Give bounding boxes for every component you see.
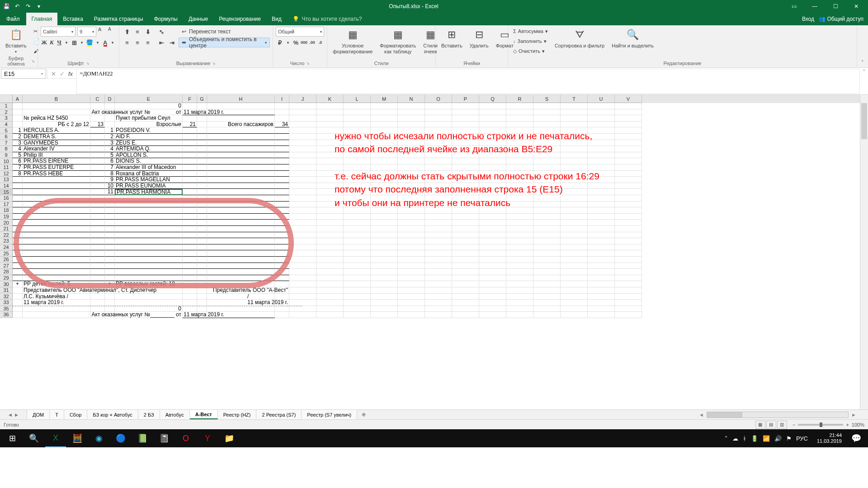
fx-icon[interactable]: fx — [68, 70, 73, 77]
cell[interactable] — [275, 189, 289, 195]
italic-button[interactable]: К — [48, 38, 56, 47]
cell[interactable] — [13, 177, 23, 183]
col-header[interactable]: E — [115, 95, 183, 103]
page-layout-view-button[interactable]: ▤ — [766, 421, 776, 429]
cell[interactable] — [207, 244, 275, 251]
page-break-view-button[interactable]: ▥ — [777, 421, 787, 429]
cell[interactable] — [183, 226, 197, 232]
font-color-button[interactable]: A — [102, 38, 109, 47]
cell[interactable] — [275, 250, 289, 257]
select-all-button[interactable] — [0, 95, 13, 103]
row-header[interactable]: 17 — [0, 202, 13, 208]
cell[interactable]: 10 — [105, 183, 115, 189]
row-header[interactable]: 1 — [0, 103, 13, 109]
increase-decimal-button[interactable]: .00 — [308, 38, 316, 47]
sheet-tab[interactable]: Т — [50, 410, 64, 419]
sheet-tab[interactable]: 2 Реестра (S7) — [256, 410, 302, 419]
cell[interactable]: Представитель ООО "А-Вест" — [207, 287, 289, 294]
zoom-in-button[interactable]: + — [846, 422, 849, 427]
col-header[interactable]: A — [13, 95, 23, 103]
cell[interactable] — [183, 183, 197, 189]
cell[interactable]: ARTEMIDA Q. — [115, 146, 183, 152]
cell[interactable]: DIONIS S. — [115, 158, 183, 164]
delete-cells-button[interactable]: ⊟Удалить — [467, 27, 491, 50]
row-header[interactable]: 26 — [0, 257, 13, 263]
col-header[interactable]: S — [533, 95, 561, 103]
cell[interactable] — [90, 275, 105, 282]
row-header[interactable]: 4 — [0, 122, 13, 128]
cell[interactable] — [207, 152, 275, 159]
tray-bt-icon[interactable]: ᚼ — [743, 435, 746, 442]
sheet-tab[interactable]: 2 БЗ — [138, 410, 160, 419]
cell[interactable]: PR.PASS HARMONIA — [115, 189, 183, 195]
cell[interactable] — [275, 207, 289, 214]
row-header[interactable]: 33 — [0, 300, 13, 306]
cell[interactable] — [105, 263, 115, 269]
collapse-ribbon-button[interactable]: ˄ — [857, 25, 868, 67]
cell[interactable]: Акт оказанных услуг №________ от — [23, 109, 183, 116]
cell[interactable]: № рейса HZ 5450 — [23, 115, 90, 122]
cell[interactable] — [275, 220, 289, 226]
merge-center-button[interactable]: ⬌Объединить и поместить в центре▾ — [179, 38, 270, 47]
cell[interactable] — [207, 226, 275, 232]
align-top-button[interactable]: ⬆ — [122, 27, 132, 37]
col-header[interactable]: C — [90, 95, 105, 103]
cell[interactable] — [275, 275, 289, 282]
cell[interactable] — [13, 220, 23, 226]
cell[interactable]: РБ с 2 до 12 — [23, 122, 90, 128]
cell[interactable] — [90, 183, 105, 189]
qat-customize-icon[interactable]: ▾ — [34, 2, 43, 11]
tray-battery-icon[interactable]: 🔋 — [751, 435, 758, 442]
currency-button[interactable]: ₽ — [276, 38, 283, 47]
cell[interactable] — [115, 220, 183, 226]
file-tab[interactable]: Файл — [0, 13, 26, 25]
cell[interactable] — [90, 214, 105, 220]
cell[interactable] — [183, 257, 197, 263]
taskbar-app-icon[interactable]: ◉ — [89, 429, 109, 447]
cell[interactable] — [23, 189, 90, 195]
search-button[interactable]: 🔍 — [24, 429, 44, 447]
cell[interactable] — [197, 220, 207, 226]
cell[interactable] — [115, 195, 183, 202]
increase-indent-button[interactable]: ⇥ — [167, 38, 177, 47]
tab-page-layout[interactable]: Разметка страницы — [89, 13, 149, 25]
cell[interactable]: Л.С. Кузьмичёва /_______________________… — [23, 294, 197, 300]
row-header[interactable]: 11 — [0, 164, 13, 171]
col-header[interactable]: O — [425, 95, 452, 103]
cell[interactable] — [105, 195, 115, 202]
cell[interactable] — [197, 244, 207, 251]
cell[interactable] — [90, 164, 105, 171]
cell[interactable]: PR.PASS MAGELLAN — [115, 177, 183, 183]
cell[interactable]: 7 — [105, 164, 115, 171]
cell[interactable] — [115, 275, 183, 282]
cell[interactable]: 2 — [105, 134, 115, 140]
row-header[interactable]: 21 — [0, 226, 13, 232]
cell[interactable] — [23, 232, 90, 239]
cell[interactable]: Взрослые — [115, 122, 183, 128]
cell[interactable] — [115, 232, 183, 239]
sheet-tab[interactable]: А-Вест — [190, 410, 218, 419]
cell[interactable] — [90, 269, 105, 275]
cell[interactable] — [105, 226, 115, 232]
align-right-button[interactable]: ≡ — [143, 38, 153, 47]
cell[interactable] — [275, 127, 289, 134]
cell[interactable] — [23, 263, 90, 269]
cell[interactable]: 11 марта 2019 г. — [23, 300, 90, 306]
shrink-font-button[interactable]: A — [108, 27, 116, 37]
cell[interactable] — [207, 202, 275, 208]
cell[interactable] — [183, 177, 197, 183]
close-icon[interactable]: ✕ — [846, 0, 866, 13]
cell[interactable] — [183, 269, 197, 275]
cell[interactable] — [197, 134, 207, 140]
col-header[interactable]: Q — [479, 95, 506, 103]
cell[interactable] — [90, 244, 105, 251]
row-header[interactable]: 25 — [0, 250, 13, 257]
cell[interactable] — [183, 158, 197, 164]
sheet-tab[interactable]: Автобус — [160, 410, 190, 419]
horizontal-scrollbar[interactable]: ◄► — [687, 410, 868, 419]
cell[interactable] — [275, 177, 289, 183]
cell[interactable] — [207, 189, 275, 195]
cell[interactable] — [275, 171, 289, 177]
row-header[interactable]: 29 — [0, 275, 13, 282]
cell[interactable] — [183, 202, 197, 208]
